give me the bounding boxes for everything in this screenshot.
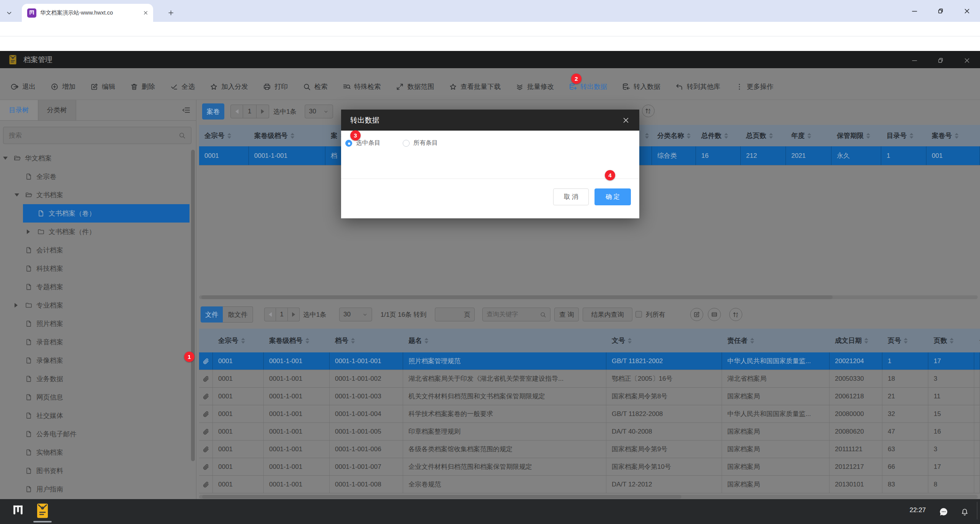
- sort-carets-icon[interactable]: [864, 338, 868, 344]
- file-column-header[interactable]: 题名: [403, 329, 606, 352]
- toolbar-item-8[interactable]: 特殊检索: [343, 82, 381, 91]
- volume-column-header[interactable]: 案卷号: [926, 125, 980, 146]
- tree-item-2[interactable]: 文书档案: [0, 186, 191, 204]
- tree-item-13[interactable]: 网页信息: [0, 388, 191, 406]
- chat-icon[interactable]: [939, 507, 949, 517]
- file-hscrollbar[interactable]: [202, 495, 681, 499]
- confirm-button[interactable]: 确 定: [595, 188, 631, 205]
- tree-item-18[interactable]: 用户指南: [0, 480, 191, 498]
- volume-column-header[interactable]: 总件数: [696, 125, 741, 146]
- sidebar-tab-1[interactable]: 分类树: [38, 100, 77, 120]
- radio-checked-icon[interactable]: [345, 140, 352, 147]
- query-in-results-button[interactable]: 结果内查询: [583, 308, 632, 321]
- tab-search-chevron-icon[interactable]: [5, 9, 13, 17]
- toolbar-item-1[interactable]: 增加: [51, 82, 75, 91]
- sort-carets-icon[interactable]: [687, 133, 691, 139]
- toolbar-item-3[interactable]: 删除: [130, 82, 155, 91]
- file-row-3[interactable]: 00010001-1-0010001-1-001-004科学技术档案案卷的一般要…: [199, 405, 980, 423]
- tree-item-6[interactable]: 科技档案: [0, 259, 191, 278]
- sort-carets-icon[interactable]: [955, 133, 959, 139]
- tree-item-12[interactable]: 业务数据: [0, 370, 191, 388]
- toolbar-item-9[interactable]: 数据范围: [396, 82, 434, 91]
- tab-file-1[interactable]: 散文件: [223, 306, 253, 323]
- radio-unchecked-icon[interactable]: [403, 140, 410, 147]
- tab-volume[interactable]: 案卷: [202, 103, 224, 120]
- volume-column-header[interactable]: 分类名称: [652, 125, 696, 146]
- sort-carets-icon[interactable]: [769, 133, 773, 139]
- taskbar-clock[interactable]: 22:27: [910, 506, 926, 514]
- sort-carets-icon[interactable]: [241, 338, 245, 344]
- file-prev-page-button[interactable]: [264, 308, 276, 321]
- goto-page-input[interactable]: 页: [435, 308, 475, 321]
- file-row-6[interactable]: 00010001-1-0010001-1-001-007企业文件材料归档范围和档…: [199, 458, 980, 476]
- volume-column-header[interactable]: 目录号: [881, 125, 926, 146]
- volume-hscrollbar[interactable]: [201, 295, 833, 299]
- sort-carets-icon[interactable]: [910, 133, 913, 139]
- sort-carets-icon[interactable]: [904, 338, 908, 344]
- browser-tab[interactable]: 华文档案演示站-www.hwxt.co: [22, 4, 153, 22]
- toolbar-item-2[interactable]: 编辑: [90, 82, 115, 91]
- tree-expand-arrow-icon[interactable]: [15, 193, 25, 196]
- sidebar-search-input[interactable]: 搜索: [3, 127, 191, 144]
- toolbar-item-5[interactable]: 加入分发: [210, 82, 248, 91]
- file-column-header[interactable]: 页号: [882, 329, 928, 352]
- tree-item-9[interactable]: 照片档案: [0, 314, 191, 333]
- tree-item-8[interactable]: 专业档案: [0, 296, 191, 314]
- sort-carets-icon[interactable]: [305, 338, 309, 344]
- volume-next-page-button[interactable]: [256, 105, 269, 118]
- toolbar-item-10[interactable]: 查看批量下载: [449, 82, 501, 91]
- tree-expand-arrow-icon[interactable]: [3, 157, 13, 160]
- file-row-4[interactable]: 00010001-1-0010001-1-001-005印章档案整理规则DA/T…: [199, 423, 980, 440]
- file-column-header[interactable]: 文号: [606, 329, 722, 352]
- file-sort-button[interactable]: AZ: [729, 308, 742, 321]
- sidebar-collapse-icon[interactable]: [182, 106, 191, 115]
- volume-prev-page-button[interactable]: [230, 105, 243, 118]
- file-next-page-button[interactable]: [288, 308, 300, 321]
- file-column-header[interactable]: 页数: [928, 329, 974, 352]
- toolbar-item-7[interactable]: 检索: [303, 82, 328, 91]
- archive-app-icon[interactable]: [34, 503, 51, 519]
- tree-collapse-arrow-icon[interactable]: [27, 229, 37, 234]
- tree-item-4[interactable]: 文书档案（件）: [0, 223, 191, 241]
- tree-item-17[interactable]: 图书资料: [0, 462, 191, 480]
- volume-column-header[interactable]: 保管期限: [831, 125, 881, 146]
- browser-close-icon[interactable]: [963, 7, 971, 15]
- file-row-7[interactable]: 00010001-1-0010001-1-001-008全宗卷规范DA/T 12…: [199, 476, 980, 493]
- tree-item-15[interactable]: 公务电子邮件: [0, 425, 191, 443]
- keyword-search-input[interactable]: 查询关键字: [482, 308, 550, 321]
- tree-collapse-arrow-icon[interactable]: [15, 303, 25, 308]
- toolbar-item-6[interactable]: 打印: [263, 82, 288, 91]
- volume-column-header[interactable]: 总页数: [741, 125, 786, 146]
- sort-carets-icon[interactable]: [724, 133, 728, 139]
- app-restore-icon[interactable]: [937, 57, 944, 64]
- file-column-header[interactable]: 责任者: [722, 329, 830, 352]
- tree-item-1[interactable]: 全宗卷: [0, 167, 191, 186]
- toolbar-item-12[interactable]: 转出数据2: [569, 82, 607, 91]
- toolbar-item-0[interactable]: 退出: [11, 82, 36, 91]
- app-minimize-icon[interactable]: [911, 57, 918, 64]
- sort-carets-icon[interactable]: [950, 338, 954, 344]
- toolbar-item-11[interactable]: 批量修改: [516, 82, 554, 91]
- file-row-2[interactable]: 00010001-1-0010001-1-001-003机关文件材料归档范围和文…: [199, 388, 980, 405]
- w-logo-icon[interactable]: [11, 504, 25, 518]
- tree-item-3[interactable]: 文书档案（卷）: [23, 204, 189, 223]
- toolbar-item-4[interactable]: 全选: [170, 82, 195, 91]
- file-row-1[interactable]: 00010001-1-0010001-1-001-002湖北省档案局关于印发《湖…: [199, 370, 980, 388]
- table-view-button[interactable]: [708, 308, 721, 321]
- radio-option-1[interactable]: 所有条目: [403, 139, 438, 147]
- tree-item-7[interactable]: 专题档案: [0, 278, 191, 296]
- sort-carets-icon[interactable]: [291, 133, 294, 139]
- volume-column-header[interactable]: 全宗号: [199, 125, 249, 146]
- sort-carets-icon[interactable]: [425, 338, 428, 344]
- file-column-header[interactable]: 案卷级档号: [264, 329, 330, 352]
- sort-carets-icon[interactable]: [227, 133, 231, 139]
- sort-carets-icon[interactable]: [807, 133, 811, 139]
- sort-carets-icon[interactable]: [645, 133, 649, 139]
- tab-file-0[interactable]: 文件: [201, 306, 223, 323]
- volume-sort-button[interactable]: AZ: [642, 105, 655, 117]
- app-close-icon[interactable]: [963, 57, 971, 64]
- browser-minimize-icon[interactable]: [911, 7, 918, 15]
- toolbar-item-14[interactable]: 转到其他库: [675, 82, 720, 91]
- file-row-5[interactable]: 00010001-1-0010001-1-001-006各级各类档案馆收集档案范…: [199, 440, 980, 458]
- tab-close-icon[interactable]: [143, 10, 149, 16]
